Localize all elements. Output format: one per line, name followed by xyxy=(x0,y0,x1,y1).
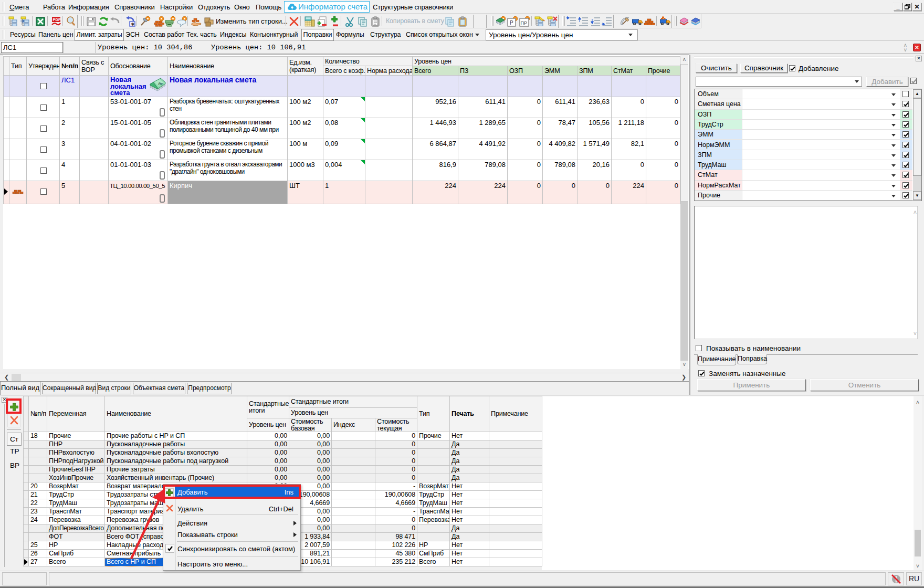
svg-text:Р: Р xyxy=(510,20,513,26)
svg-text:PDF: PDF xyxy=(53,17,61,22)
svg-text:лс: лс xyxy=(158,81,163,86)
svg-text:ПР: ПР xyxy=(521,20,527,26)
svg-text:✱: ✱ xyxy=(131,22,135,27)
